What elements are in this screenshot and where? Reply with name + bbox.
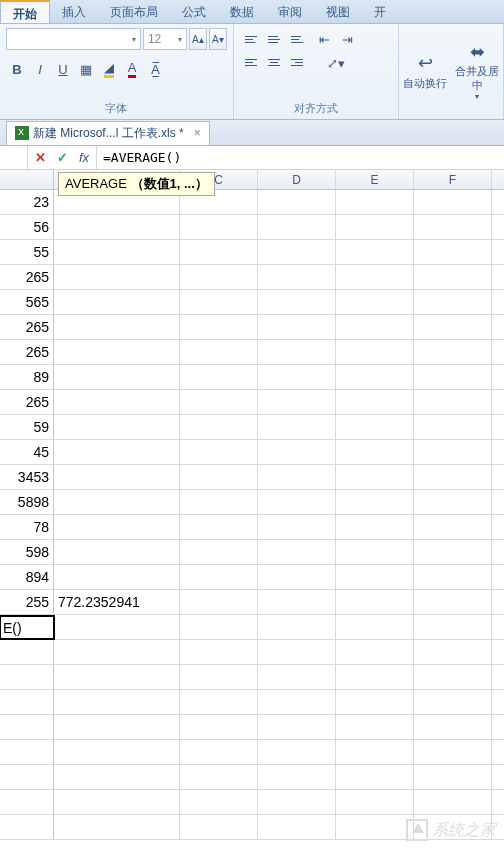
cell[interactable]: [54, 390, 180, 414]
cell[interactable]: [180, 290, 258, 314]
cell[interactable]: [0, 690, 54, 714]
formula-input[interactable]: =AVERAGE(): [97, 150, 504, 165]
cell[interactable]: [258, 365, 336, 389]
tab-review[interactable]: 审阅: [266, 0, 314, 23]
cell[interactable]: [180, 490, 258, 514]
font-size-dropdown[interactable]: 12 ▾: [143, 28, 187, 50]
cell[interactable]: [414, 790, 492, 814]
cell[interactable]: [336, 540, 414, 564]
cell[interactable]: [336, 340, 414, 364]
spreadsheet-grid[interactable]: B C D E F AVERAGE （数值1, ...） 23565526556…: [0, 170, 504, 840]
cell[interactable]: [0, 815, 54, 839]
cell[interactable]: 894: [0, 565, 54, 589]
cell[interactable]: [258, 640, 336, 664]
cell[interactable]: [180, 765, 258, 789]
cell[interactable]: 78: [0, 515, 54, 539]
italic-button[interactable]: I: [29, 58, 51, 80]
align-right-button[interactable]: [286, 51, 308, 73]
cell[interactable]: [336, 515, 414, 539]
cell[interactable]: [54, 465, 180, 489]
cell[interactable]: [180, 340, 258, 364]
cell[interactable]: [54, 790, 180, 814]
cell[interactable]: [414, 465, 492, 489]
cell[interactable]: [414, 390, 492, 414]
cell[interactable]: [180, 790, 258, 814]
cell[interactable]: [336, 290, 414, 314]
cell[interactable]: [336, 740, 414, 764]
cell[interactable]: [336, 690, 414, 714]
cell[interactable]: [180, 415, 258, 439]
cell[interactable]: [54, 690, 180, 714]
cell[interactable]: [414, 215, 492, 239]
decrease-font-button[interactable]: A▾: [209, 28, 227, 50]
cell[interactable]: [54, 490, 180, 514]
column-header-D[interactable]: D: [258, 170, 336, 189]
enter-button[interactable]: ✓: [54, 150, 70, 165]
cell[interactable]: [336, 790, 414, 814]
cell[interactable]: [258, 515, 336, 539]
cell[interactable]: 565: [0, 290, 54, 314]
cell[interactable]: [414, 190, 492, 214]
cell[interactable]: [258, 540, 336, 564]
cell[interactable]: [336, 390, 414, 414]
wrap-text-button[interactable]: ↩ 自动换行: [399, 24, 451, 119]
tab-insert[interactable]: 插入: [50, 0, 98, 23]
cell[interactable]: [54, 265, 180, 289]
insert-function-button[interactable]: fx: [76, 150, 92, 165]
cell[interactable]: [414, 240, 492, 264]
cell[interactable]: [336, 490, 414, 514]
cell[interactable]: [180, 640, 258, 664]
select-all-corner[interactable]: [0, 170, 54, 189]
cell[interactable]: [258, 415, 336, 439]
cell[interactable]: [336, 265, 414, 289]
cell[interactable]: [258, 190, 336, 214]
cell[interactable]: [54, 565, 180, 589]
tab-start[interactable]: 开始: [0, 0, 50, 23]
orientation-button[interactable]: ⤢▾: [314, 52, 359, 74]
editing-cell[interactable]: E(): [0, 615, 55, 640]
cell[interactable]: 56: [0, 215, 54, 239]
cell[interactable]: 89: [0, 365, 54, 389]
cell[interactable]: [180, 540, 258, 564]
cell[interactable]: 255: [0, 590, 54, 614]
cell[interactable]: [0, 715, 54, 739]
cell[interactable]: [336, 190, 414, 214]
cell[interactable]: [54, 740, 180, 764]
cell[interactable]: [0, 640, 54, 664]
cell[interactable]: [414, 565, 492, 589]
cell[interactable]: [258, 765, 336, 789]
cell[interactable]: [414, 765, 492, 789]
cell[interactable]: [258, 440, 336, 464]
border-button[interactable]: ▦: [75, 58, 97, 80]
cell[interactable]: [180, 240, 258, 264]
cell[interactable]: [0, 790, 54, 814]
align-bottom-button[interactable]: [286, 28, 308, 50]
cell[interactable]: [180, 465, 258, 489]
cell[interactable]: [180, 815, 258, 839]
merge-center-button[interactable]: ⬌ 合并及居中 ▾: [451, 24, 503, 119]
cell[interactable]: [54, 440, 180, 464]
cell[interactable]: [414, 290, 492, 314]
cell[interactable]: [180, 715, 258, 739]
cell[interactable]: [336, 565, 414, 589]
cell[interactable]: 55: [0, 240, 54, 264]
cell[interactable]: 598: [0, 540, 54, 564]
name-box[interactable]: [0, 146, 28, 169]
align-top-button[interactable]: [240, 28, 262, 50]
cell[interactable]: [54, 365, 180, 389]
cell[interactable]: [180, 615, 258, 639]
cell[interactable]: [258, 815, 336, 839]
cell[interactable]: [54, 615, 180, 639]
cell[interactable]: [414, 515, 492, 539]
align-middle-button[interactable]: [263, 28, 285, 50]
cell[interactable]: [54, 315, 180, 339]
cell[interactable]: [258, 465, 336, 489]
cell[interactable]: [258, 490, 336, 514]
cell[interactable]: 5898: [0, 490, 54, 514]
column-header-F[interactable]: F: [414, 170, 492, 189]
cell[interactable]: [258, 665, 336, 689]
cell[interactable]: [180, 265, 258, 289]
cell[interactable]: [258, 265, 336, 289]
cell[interactable]: [258, 240, 336, 264]
cancel-button[interactable]: ✕: [32, 150, 48, 165]
